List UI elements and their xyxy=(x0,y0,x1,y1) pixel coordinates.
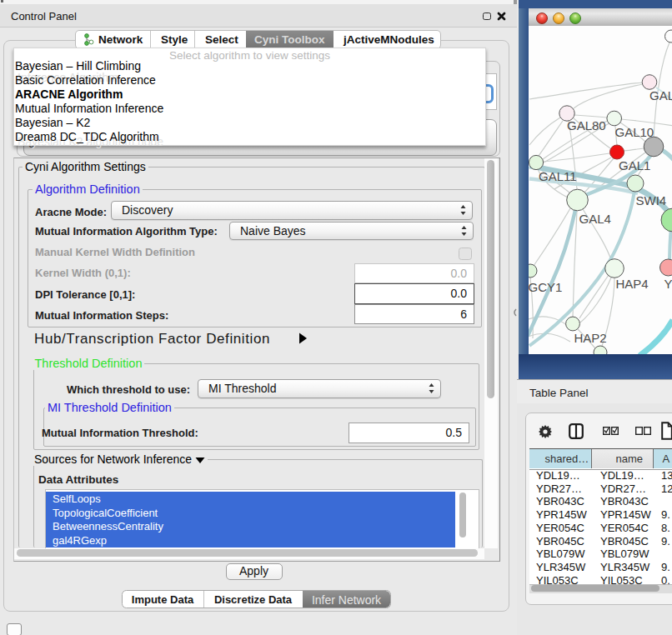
svg-text:SWI4: SWI4 xyxy=(635,193,666,208)
svg-text:GCY1: GCY1 xyxy=(529,280,562,294)
svg-text:YM: YM xyxy=(664,277,672,291)
svg-text:GAL80: GAL80 xyxy=(567,118,606,132)
svg-text:GAL4: GAL4 xyxy=(579,212,610,226)
svg-text:GAL1: GAL1 xyxy=(619,158,650,172)
svg-text:GAL11: GAL11 xyxy=(539,169,577,183)
svg-text:HAP2: HAP2 xyxy=(574,331,606,345)
svg-text:GAL10: GAL10 xyxy=(614,125,654,139)
svg-text:HAP4: HAP4 xyxy=(615,277,648,291)
svg-text:GAL7: GAL7 xyxy=(649,88,672,102)
